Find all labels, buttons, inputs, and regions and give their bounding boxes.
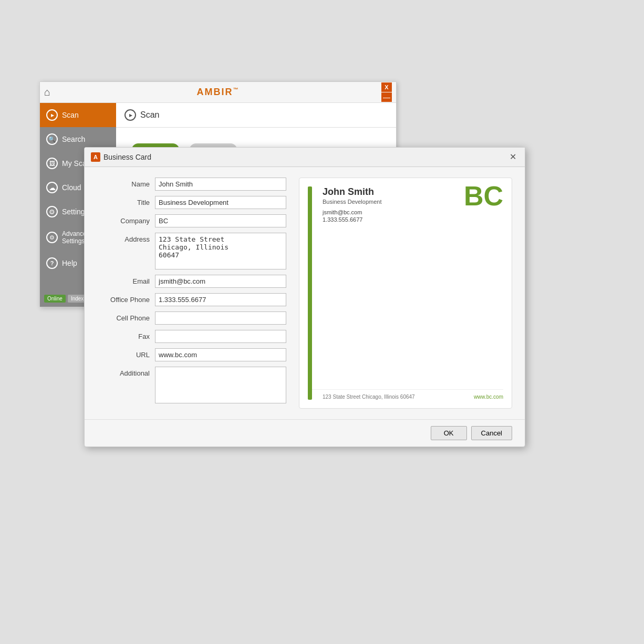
status-badge: Online (44, 295, 66, 303)
play-icon (46, 109, 58, 121)
photo-icon (46, 158, 58, 169)
scan-header-icon (124, 109, 136, 121)
app-titlebar: ⌂ AMBIR™ X — (40, 82, 396, 103)
card-preview-title: Business Development (323, 199, 382, 205)
address-input[interactable]: 123 State Street Chicago, Illinois 60647 (155, 233, 286, 269)
card-footer: 123 State Street Chicago, Illinois 60647… (308, 389, 503, 400)
sidebar-label-scan: Scan (62, 111, 79, 119)
app-logo: AMBIR™ (197, 87, 240, 98)
dialog-logo-icon: A (91, 152, 100, 162)
window-controls: X — (381, 82, 392, 102)
card-preview-name: John Smith (323, 186, 382, 198)
name-input[interactable] (155, 178, 286, 191)
sidebar-label-cloud: Cloud (62, 183, 81, 192)
scan-header: Scan (116, 103, 396, 128)
card-content: John Smith Business Development jsmith@b… (308, 186, 503, 384)
dialog-body: Name Title Company Address 123 State Str… (85, 167, 525, 419)
additional-input[interactable] (155, 367, 286, 403)
cancel-button[interactable]: Cancel (471, 426, 512, 440)
url-label: URL (97, 348, 155, 359)
form-row-name: Name (97, 178, 286, 191)
cell-phone-input[interactable] (155, 311, 286, 325)
cell-phone-label: Cell Phone (97, 311, 155, 322)
help-icon (46, 257, 58, 269)
office-phone-input[interactable] (155, 293, 286, 306)
card-preview-phone: 1.333.555.6677 (323, 216, 382, 223)
window-close-button[interactable]: X (381, 82, 392, 92)
form-row-office-phone: Office Phone (97, 293, 286, 306)
card-info: John Smith Business Development jsmith@b… (323, 186, 382, 223)
url-input[interactable] (155, 348, 286, 361)
card-preview: John Smith Business Development jsmith@b… (299, 178, 512, 409)
address-label: Address (97, 233, 155, 243)
name-label: Name (97, 178, 155, 188)
form-row-email: Email (97, 275, 286, 288)
title-input[interactable] (155, 196, 286, 209)
dialog-titlebar: A Business Card ✕ (85, 148, 525, 167)
company-label: Company (97, 214, 155, 225)
form-row-company: Company (97, 214, 286, 227)
dialog-title-left: A Business Card (91, 152, 151, 162)
card-preview-address: 123 State Street Chicago, Illinois 60647 (323, 394, 415, 400)
fax-input[interactable] (155, 330, 286, 343)
search-icon (46, 133, 58, 145)
card-accent-bar (308, 186, 312, 400)
form-row-address: Address 123 State Street Chicago, Illino… (97, 233, 286, 269)
cloud-icon (46, 182, 58, 193)
gear2-icon (46, 232, 58, 243)
form-row-title: Title (97, 196, 286, 209)
dialog-footer: OK Cancel (85, 419, 525, 446)
form-row-cell-phone: Cell Phone (97, 311, 286, 325)
dialog-close-button[interactable]: ✕ (507, 152, 518, 162)
dialog-title: Business Card (103, 153, 151, 161)
window-minimize-button[interactable]: — (381, 92, 392, 102)
office-phone-label: Office Phone (97, 293, 155, 304)
home-icon[interactable]: ⌂ (44, 86, 50, 98)
card-preview-email: jsmith@bc.com (323, 209, 382, 215)
sidebar-item-scan[interactable]: Scan (40, 103, 116, 127)
form-row-url: URL (97, 348, 286, 361)
business-card-dialog: A Business Card ✕ Name Title Company (84, 147, 525, 447)
sidebar-label-help: Help (62, 259, 77, 267)
card-preview-website: www.bc.com (474, 394, 503, 400)
ok-button[interactable]: OK (431, 426, 467, 440)
card-logo: BC (464, 182, 503, 210)
email-label: Email (97, 275, 155, 285)
form-section: Name Title Company Address 123 State Str… (97, 178, 286, 409)
fax-label: Fax (97, 330, 155, 340)
scan-header-title: Scan (140, 110, 159, 120)
form-row-additional: Additional (97, 367, 286, 403)
form-row-fax: Fax (97, 330, 286, 343)
title-label: Title (97, 196, 155, 206)
gear-icon (46, 206, 58, 217)
company-input[interactable] (155, 214, 286, 227)
additional-label: Additional (97, 367, 155, 377)
email-input[interactable] (155, 275, 286, 288)
sidebar-label-search: Search (62, 135, 85, 143)
